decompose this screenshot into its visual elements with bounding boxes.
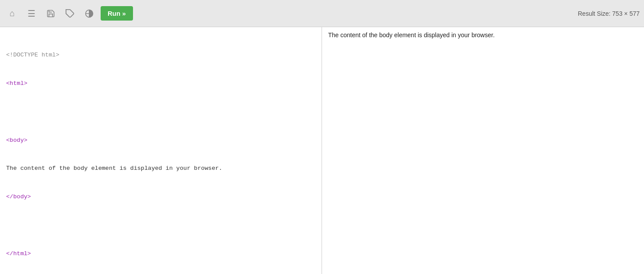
doctype-text: <!DOCTYPE html>	[6, 52, 60, 58]
body-close-tag: </body>	[6, 193, 31, 200]
menu-icon[interactable]: ☰	[24, 6, 39, 21]
line-7	[6, 221, 315, 230]
panels: <!DOCTYPE html> <html> <body> The conten…	[0, 27, 644, 274]
line-3	[6, 107, 315, 117]
result-size-label: Result Size:	[578, 10, 611, 17]
line-4: <body>	[6, 136, 315, 145]
html-close-tag: </html>	[6, 250, 31, 257]
save-icon[interactable]	[43, 6, 59, 21]
line-1: <!DOCTYPE html>	[6, 50, 315, 60]
home-icon[interactable]: ⌂	[4, 6, 20, 21]
result-size: Result Size: 753 × 577	[578, 10, 640, 17]
toolbar: ⌂ ☰ Run » Result Size: 753 × 577	[0, 0, 644, 27]
editor-panel[interactable]: <!DOCTYPE html> <html> <body> The conten…	[0, 27, 322, 274]
html-open-tag: <html>	[6, 80, 28, 87]
code-editor[interactable]: <!DOCTYPE html> <html> <body> The conten…	[6, 32, 315, 274]
line-6: </body>	[6, 192, 315, 202]
body-open-tag: <body>	[6, 137, 28, 144]
result-size-value: 753 × 577	[612, 10, 640, 17]
line-8: </html>	[6, 249, 315, 259]
result-text: The content of the body element is displ…	[328, 32, 495, 39]
body-text: The content of the body element is displ…	[6, 165, 222, 172]
tag-icon[interactable]	[62, 6, 78, 21]
line-2: <html>	[6, 79, 315, 88]
line-5: The content of the body element is displ…	[6, 164, 315, 173]
result-panel: The content of the body element is displ…	[322, 27, 644, 274]
run-button[interactable]: Run »	[101, 6, 133, 21]
contrast-icon[interactable]	[81, 6, 97, 21]
